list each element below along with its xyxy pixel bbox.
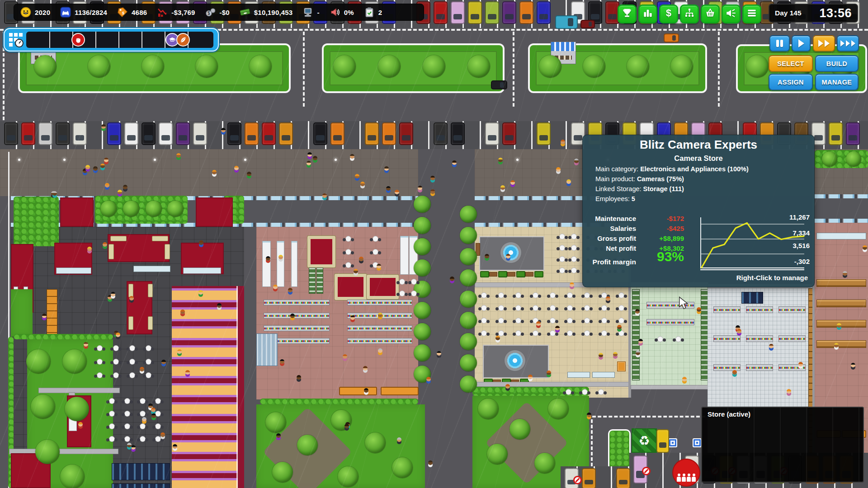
map-decor xyxy=(367,275,399,299)
person xyxy=(344,424,349,428)
tree xyxy=(460,269,477,286)
pause-button[interactable] xyxy=(769,35,790,52)
tree xyxy=(423,55,445,78)
assign-mode-button[interactable]: ASSIGN xyxy=(769,74,813,90)
basket-icon xyxy=(704,7,716,21)
schedule-toolbar[interactable] xyxy=(4,28,219,52)
chart-axis xyxy=(700,269,804,270)
map-decor xyxy=(816,233,866,239)
map-decor xyxy=(816,300,866,307)
person xyxy=(354,269,358,273)
tree xyxy=(460,312,477,329)
game-viewport[interactable]: ♻ 2020 1136/2824 $4686 -$3,769 $-$0 $10,… xyxy=(0,0,868,488)
menu-button[interactable] xyxy=(742,5,761,23)
cafe-table xyxy=(125,424,130,429)
parked-car xyxy=(365,122,379,145)
statistics-button[interactable] xyxy=(638,5,657,23)
strike-fist-icon[interactable] xyxy=(71,33,85,47)
stat-value: 4686 xyxy=(132,9,147,16)
map-decor xyxy=(14,197,59,246)
cafe-table xyxy=(571,257,576,262)
map-decor xyxy=(713,335,741,342)
stat-parking: 1136/2824 xyxy=(60,7,107,18)
finances-button[interactable]: $ xyxy=(659,5,678,23)
parked-car xyxy=(159,122,173,145)
clock-time: 13:56 xyxy=(819,6,852,20)
map-decor xyxy=(347,300,412,305)
person xyxy=(617,325,622,329)
megaphone-icon xyxy=(330,7,340,18)
tree xyxy=(460,248,477,265)
map-decor xyxy=(815,219,868,223)
tree xyxy=(414,302,431,319)
cafe-table xyxy=(499,293,504,298)
store-active-panel: Store (active) xyxy=(701,407,864,483)
map-decor xyxy=(741,292,763,304)
tree xyxy=(414,323,431,340)
build-mode-button[interactable]: BUILD xyxy=(815,55,859,72)
select-mode-button[interactable]: SELECT xyxy=(769,55,813,72)
person xyxy=(161,360,166,364)
day-time-panel: Day 145 13:56 xyxy=(769,4,858,23)
calendar-grid-clock-icon xyxy=(8,32,24,47)
person xyxy=(834,343,839,347)
stat-marketing: 0% xyxy=(330,7,354,18)
map-decor xyxy=(128,316,133,330)
tree xyxy=(123,201,139,217)
day-label: Day 145 xyxy=(775,9,802,17)
schedule-slots[interactable] xyxy=(26,32,213,48)
tree xyxy=(297,435,318,455)
manage-mode-button[interactable]: MANAGE xyxy=(815,74,859,90)
parked-car xyxy=(4,122,18,145)
person xyxy=(111,292,115,296)
dollar-icon: $ xyxy=(663,7,675,21)
map-decor xyxy=(815,168,868,194)
tree xyxy=(487,444,508,465)
fountain xyxy=(500,242,521,263)
megaphone-icon xyxy=(725,7,737,21)
parked-car xyxy=(38,122,52,145)
play-button[interactable] xyxy=(792,35,811,52)
person xyxy=(278,255,283,259)
tree xyxy=(460,333,477,350)
map-decor xyxy=(183,267,221,274)
map-decor xyxy=(264,313,330,319)
person xyxy=(199,240,203,245)
announcements-button[interactable] xyxy=(722,5,741,23)
person xyxy=(116,333,120,337)
cafe-table xyxy=(113,373,118,378)
chart-label: 3,516 xyxy=(768,242,810,249)
parked-car xyxy=(664,33,679,42)
management-button[interactable] xyxy=(680,5,699,23)
cafe-table xyxy=(346,249,351,254)
cafe-table xyxy=(582,389,587,394)
parked-car xyxy=(555,15,578,29)
stat-tasks: 2 xyxy=(364,7,382,18)
cafe-table xyxy=(567,305,572,310)
person xyxy=(395,190,399,194)
fastest-forward-button[interactable] xyxy=(837,35,859,52)
parked-car xyxy=(519,1,533,24)
cafe-table xyxy=(567,293,572,298)
tree xyxy=(460,206,477,223)
person xyxy=(851,363,855,367)
map-decor xyxy=(816,340,866,348)
loss-building-icon xyxy=(157,7,168,18)
top-stat-bar: 2020 1136/2824 $4686 -$3,769 $-$0 $10,19… xyxy=(14,4,424,21)
map-decor xyxy=(507,272,515,277)
tree xyxy=(539,55,561,78)
lamp-post xyxy=(154,159,156,161)
tooltip-title: Blitz Camera Experts xyxy=(583,138,814,152)
leaf-icon[interactable] xyxy=(176,33,190,47)
market-button[interactable] xyxy=(701,5,720,23)
map-decor xyxy=(746,364,773,371)
cafe-table xyxy=(346,263,351,267)
cafe-table xyxy=(499,305,504,310)
person xyxy=(129,296,134,300)
fast-forward-button[interactable] xyxy=(813,35,835,52)
achievements-button[interactable] xyxy=(618,5,637,23)
tree xyxy=(822,151,837,167)
map-decor xyxy=(309,267,316,294)
tree xyxy=(627,55,649,78)
cafe-table xyxy=(481,293,486,298)
